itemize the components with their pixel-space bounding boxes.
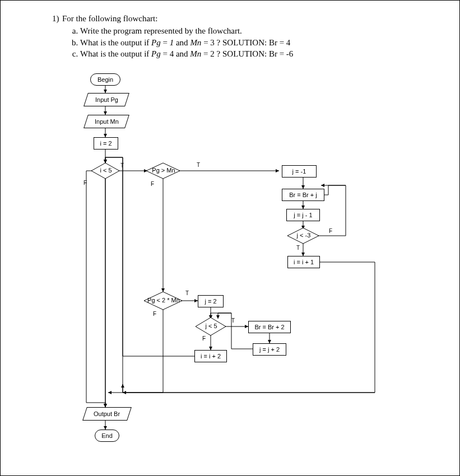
flowchart-edges — [1, 1, 460, 476]
label-t3: T — [296, 245, 300, 251]
label-f3: F — [329, 228, 332, 234]
label-t5: T — [231, 318, 235, 324]
question-stem: For the following flowchart: — [62, 14, 157, 23]
label-t4: T — [185, 290, 189, 296]
proc-j-jm1: j = j - 1 — [286, 209, 320, 221]
part-b: What is the output if Pg = 1 and Mn = 3 … — [80, 37, 421, 48]
proc-j2: j = 2 — [198, 295, 224, 307]
dec-jm3: j < -3 — [293, 232, 314, 239]
dec-i5: i < 5 — [97, 167, 114, 174]
proc-j-jp2: j = j + 2 — [253, 343, 286, 356]
question-number: 1) — [52, 13, 59, 24]
question-parts: Write the program represented by the flo… — [70, 25, 421, 59]
proc-i-ip2: i = i + 2 — [194, 350, 227, 362]
proc-i-init: i = 2 — [94, 137, 118, 150]
question-block: 1) For the following flowchart: Write th… — [62, 13, 421, 59]
page: 1) For the following flowchart: Write th… — [0, 0, 460, 476]
label-f4: F — [153, 311, 156, 317]
proc-j-neg1: j = -1 — [282, 165, 317, 178]
dec-pgmn: Pg > Mn — [150, 167, 178, 174]
proc-br-br2: Br = Br + 2 — [248, 321, 291, 333]
label-f5: F — [202, 335, 206, 342]
dec-jm3-shape — [1, 1, 460, 476]
input-mn: Input Mn — [83, 115, 129, 128]
output-br: Output Br — [82, 407, 132, 421]
end-terminal: End — [95, 430, 119, 442]
part-c: What is the output if Pg = 4 and Mn = 2 … — [80, 48, 421, 59]
dec-j5: j < 5 — [202, 323, 220, 329]
dec-j5-shape — [1, 1, 460, 476]
dec-i5-shape — [1, 1, 460, 476]
part-a: Write the program represented by the flo… — [80, 25, 421, 36]
proc-br-brj: Br = Br + j — [282, 189, 324, 201]
label-t1: T — [120, 162, 124, 169]
dec-pg2mn-shape — [1, 1, 460, 476]
label-f2: F — [151, 181, 154, 187]
dec-pg2mn: Pg < 2 * Mn — [144, 297, 183, 304]
input-pg: Input Pg — [83, 93, 129, 106]
begin-terminal: Begin — [90, 73, 120, 86]
dec-pgmn-shape — [1, 1, 460, 476]
proc-i-ip1: i = i + 1 — [287, 256, 320, 268]
label-f1: F — [83, 180, 87, 186]
label-t2: T — [197, 162, 200, 168]
